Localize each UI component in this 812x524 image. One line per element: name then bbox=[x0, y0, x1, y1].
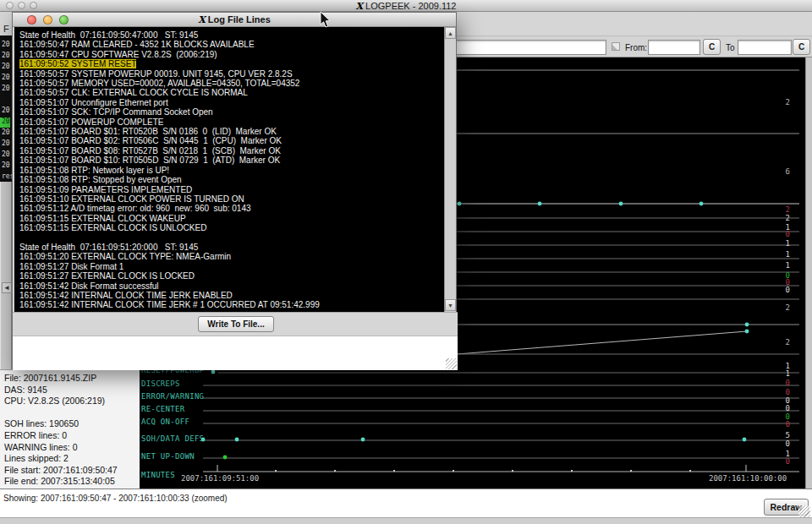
axis-minor-tick bbox=[334, 470, 336, 472]
log-line[interactable]: 161:09:51:08 RTP: Stopped by event Open bbox=[19, 175, 444, 184]
chart-row-label: MINUTES bbox=[141, 471, 175, 479]
log-line[interactable]: 161:09:51:07 BOARD $08: RT0527B S/N 0218… bbox=[19, 146, 444, 156]
data-point-dot bbox=[458, 202, 462, 206]
from-input[interactable] bbox=[648, 40, 700, 55]
file-list-item[interactable]: 20 bbox=[2, 139, 12, 150]
file-list-item[interactable]: 20 bbox=[2, 41, 12, 51]
log-line[interactable]: 161:09:51:15 EXTERNAL CLOCK WAKEUP bbox=[19, 214, 444, 223]
chart-row-label: DISCREPS bbox=[141, 379, 180, 388]
data-point-dot bbox=[361, 438, 365, 442]
log-line[interactable]: 161:09:50:52 SYSTEM RESET bbox=[19, 59, 444, 68]
file-list-item[interactable]: 20 bbox=[2, 63, 12, 73]
chart-row-label: RE-CENTER bbox=[141, 405, 184, 413]
left-scrollbar[interactable]: ◄ bbox=[0, 182, 12, 369]
file-list[interactable]: 2020202020202020202020res bbox=[0, 35, 12, 182]
dialog-button-bar: Write To File... bbox=[13, 312, 458, 336]
file-list-item[interactable]: 20 bbox=[0, 117, 10, 128]
chart-row-label: SOH/DATA DEFS bbox=[141, 434, 204, 443]
mouse-cursor-icon bbox=[320, 12, 332, 29]
log-file-lines-dialog: XLog File Lines State of Health 07:161:0… bbox=[12, 12, 457, 369]
file-list-item[interactable]: 20 bbox=[2, 106, 12, 117]
log-line[interactable]: 161:09:51:42 INTERNAL CLOCK TIME JERK EN… bbox=[19, 291, 444, 300]
chart-right-value: 2 bbox=[776, 303, 790, 312]
log-line[interactable]: 161:09:51:09 PARAMETERS IMPLEMENTED bbox=[19, 185, 444, 194]
info-line: SOH lines: 190650 bbox=[4, 418, 140, 430]
info-line: Lines skipped: 2 bbox=[4, 453, 140, 465]
chart-right-value: 0 bbox=[776, 388, 790, 396]
scroll-left-icon[interactable]: ◄ bbox=[2, 282, 12, 293]
log-line[interactable]: 161:09:50:47 RAM CLEARED - 4352 1K BLOCK… bbox=[19, 40, 444, 49]
scroll-down-icon[interactable]: ▼ bbox=[445, 299, 456, 311]
to-input[interactable] bbox=[738, 40, 792, 55]
log-line[interactable]: 161:09:51:12 A/D timetag error: old: 960… bbox=[19, 204, 444, 213]
log-line[interactable]: 161:09:51:07 BOARD $10: RT0505D S/N 0729… bbox=[19, 156, 444, 165]
log-line[interactable]: 161:09:51:07 POWERUP COMPLETE bbox=[19, 117, 444, 127]
data-point-dot bbox=[211, 370, 216, 374]
chart-row-label: ACQ ON-OFF bbox=[141, 418, 189, 426]
log-line[interactable] bbox=[19, 233, 444, 243]
from-label: From: bbox=[625, 43, 647, 52]
log-line[interactable]: 161:09:51:10 EXTERNAL CLOCK POWER IS TUR… bbox=[19, 194, 444, 204]
chart-right-value: 0 bbox=[776, 404, 790, 412]
chart-right-value: 0 bbox=[776, 286, 790, 294]
x11-logo-icon: X bbox=[356, 1, 364, 13]
chart-right-value: 1 bbox=[776, 250, 790, 259]
info-line: File: 2007161.9145.ZIP bbox=[4, 373, 140, 385]
log-line[interactable]: 161:09:51:07 BOARD $01: RT0520B S/N 0186… bbox=[19, 127, 444, 136]
file-list-item[interactable]: 20 bbox=[2, 74, 12, 84]
chart-right-value: 1 bbox=[776, 261, 790, 270]
clock-offset-line bbox=[457, 331, 747, 354]
file-list-item[interactable] bbox=[2, 96, 12, 106]
log-line[interactable]: 161:09:51:27 EXTERNAL CLOCK IS LOCKED bbox=[19, 271, 444, 281]
log-line[interactable]: 161:09:50:57 SYSTEM POWERUP 00019. UNIT … bbox=[19, 69, 444, 79]
file-list-pane[interactable]: 2020202020202020202020res ◄ bbox=[0, 35, 12, 369]
clear-to-button[interactable]: C bbox=[793, 39, 810, 55]
file-menu[interactable]: F bbox=[3, 24, 9, 34]
file-list-item[interactable]: 20 bbox=[2, 161, 12, 172]
chart-row-label: NET UP-DOWN bbox=[141, 452, 195, 461]
axis-minor-tick bbox=[275, 470, 277, 472]
log-line[interactable]: State of Health 07:161:09:50:47:000 ST: … bbox=[19, 30, 444, 40]
log-line[interactable]: 161:09:51:07 Unconfigure Ethernet port bbox=[19, 98, 444, 107]
scroll-up-icon[interactable]: ▲ bbox=[445, 27, 456, 39]
data-point-dot bbox=[743, 438, 747, 442]
dialog-title: XLog File Lines bbox=[13, 13, 456, 27]
log-line[interactable]: 161:09:51:42 INTERNAL CLOCK TIME JERK # … bbox=[19, 300, 444, 309]
log-line[interactable]: 161:09:50:57 CLK: EXTERNAL CLOCK CYCLE I… bbox=[19, 88, 444, 97]
file-list-item[interactable]: 20 bbox=[2, 52, 12, 62]
log-line[interactable]: 161:09:51:20 EXTERNAL CLOCK TYPE: NMEA-G… bbox=[19, 252, 444, 261]
chart-right-value: 0 bbox=[776, 439, 790, 448]
file-list-item[interactable]: 20 bbox=[2, 128, 12, 139]
log-line[interactable]: 161:09:51:42 Disk Format successful bbox=[19, 281, 444, 291]
data-point-dot bbox=[538, 202, 542, 206]
log-line[interactable]: 161:09:51:15 EXTERNAL CLOCK IS UNLOCKED bbox=[19, 223, 444, 232]
chart-right-value: 0 bbox=[776, 230, 790, 238]
axis-right-label: 2007:161:10:00:00 bbox=[709, 474, 787, 483]
log-line[interactable]: 161:09:51:08 RTP: Network layer is UP! bbox=[19, 166, 444, 175]
info-line: DAS: 9145 bbox=[4, 385, 140, 396]
log-line[interactable]: 161:09:51:27 Disk Format 1 bbox=[19, 262, 444, 271]
file-list-item[interactable]: 20 bbox=[2, 85, 12, 95]
chart-right-value: 0 bbox=[776, 420, 790, 428]
file-list-item[interactable]: 20 bbox=[2, 150, 12, 161]
pane-grip-icon bbox=[612, 42, 620, 51]
write-to-file-button[interactable]: Write To File... bbox=[198, 316, 274, 332]
info-line: ERROR lines: 0 bbox=[4, 430, 140, 442]
file-info-panel: File: 2007161.9145.ZIPDAS: 9145CPU: V2.8… bbox=[0, 369, 140, 489]
log-line[interactable]: 161:09:50:47 CPU SOFTWARE V2.8.2S (2006:… bbox=[19, 50, 444, 59]
log-line[interactable]: 161:09:51:07 BOARD $02: RT0506C S/N 0445… bbox=[19, 136, 444, 145]
log-line[interactable]: 161:09:51:07 SCK: TCP/IP Command Socket … bbox=[19, 107, 444, 117]
dialog-titlebar[interactable]: XLog File Lines bbox=[13, 13, 456, 27]
log-line[interactable]: State of Health 07:161:09:51:20:000 ST: … bbox=[19, 243, 444, 252]
to-label: To bbox=[726, 43, 735, 52]
log-line-highlight: 161:09:50:52 SYSTEM RESET bbox=[19, 59, 136, 68]
resize-grip-icon[interactable] bbox=[798, 505, 810, 517]
dialog-resize-grip-icon[interactable] bbox=[446, 358, 457, 369]
log-scrollbar[interactable]: ▲ ▼ bbox=[444, 27, 456, 312]
log-line[interactable]: 161:09:50:57 MEMORY USED=00002, AVAILABL… bbox=[19, 79, 444, 88]
data-point-dot bbox=[619, 202, 623, 206]
clear-from-button[interactable]: C bbox=[703, 39, 721, 55]
main-titlebar[interactable]: XLOGPEEK - 2009.112 bbox=[0, 0, 812, 12]
log-text-area[interactable]: State of Health 07:161:09:50:47:000 ST: … bbox=[14, 27, 444, 312]
dialog-footer bbox=[13, 336, 458, 370]
